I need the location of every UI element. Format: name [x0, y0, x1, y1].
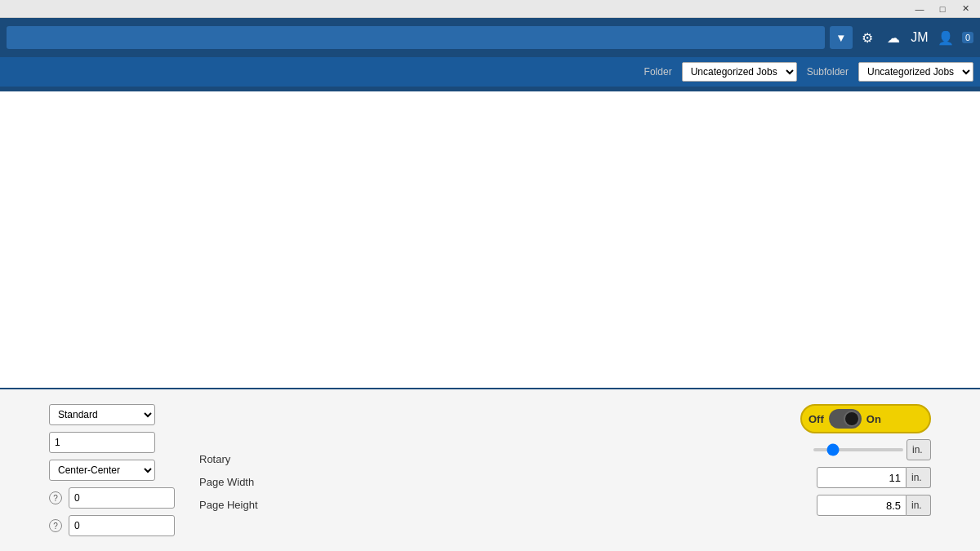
count-badge: 0	[962, 32, 973, 43]
offset-y-help-icon[interactable]: ?	[49, 519, 62, 532]
toolbar-dropdown-button[interactable]: ▼	[830, 26, 853, 49]
page-height-unit: in.	[906, 495, 931, 516]
offset-y-row: ?	[49, 515, 175, 536]
rotary-label: Rotary	[199, 406, 258, 471]
maximize-button[interactable]: □	[931, 1, 954, 17]
alignment-row: Center-Center	[49, 460, 175, 481]
main-content: Standard Center-Center ? ? Rotary	[0, 91, 980, 551]
quantity-row	[49, 432, 175, 453]
page-width-slider-unit: in.	[906, 439, 931, 460]
subfolder-select[interactable]: Uncategorized Jobs	[858, 62, 973, 82]
page-height-label: Page Height	[199, 494, 258, 517]
toggle-knob-area	[829, 409, 862, 429]
offset-x-help-icon[interactable]: ?	[49, 491, 62, 504]
user-initials[interactable]: JM	[910, 28, 929, 47]
alignment-select[interactable]: Center-Center	[49, 460, 155, 481]
dropdown-arrow-icon: ▼	[835, 32, 846, 44]
right-controls: Off On in. in. in.	[800, 404, 931, 517]
title-bar: — □ ✕	[0, 0, 980, 18]
quantity-input[interactable]	[49, 432, 155, 453]
sub-toolbar: Folder Uncategorized Jobs Subfolder Unca…	[0, 57, 980, 87]
folder-select[interactable]: Uncategorized Jobs	[682, 62, 797, 82]
toggle-knob	[844, 411, 860, 427]
offset-y-input[interactable]	[69, 515, 175, 536]
offset-x-row: ?	[49, 487, 175, 509]
standard-select[interactable]: Standard	[49, 404, 155, 425]
page-width-input[interactable]	[817, 467, 906, 488]
folder-label: Folder	[644, 66, 672, 78]
page-width-row: in.	[817, 466, 931, 489]
close-button[interactable]: ✕	[954, 1, 977, 17]
subfolder-label: Subfolder	[807, 66, 849, 78]
page-width-label: Page Width	[199, 471, 258, 494]
middle-labels: Rotary Page Width Page Height	[199, 404, 258, 517]
left-controls: Standard Center-Center ? ?	[49, 404, 175, 536]
page-width-slider[interactable]	[813, 448, 903, 451]
rotary-toggle[interactable]: Off On	[800, 404, 931, 433]
person-icon[interactable]: 👤	[936, 28, 956, 47]
bottom-panel: Standard Center-Center ? ? Rotary	[0, 388, 980, 551]
toggle-off-label: Off	[808, 413, 824, 425]
main-toolbar: ▼ ⚙ ☁ JM 👤 0	[0, 18, 980, 57]
cloud-icon[interactable]: ☁	[884, 28, 903, 47]
sub-toolbar-right: Folder Uncategorized Jobs Subfolder Unca…	[644, 62, 973, 82]
toggle-on-label: On	[866, 413, 881, 425]
page-width-unit: in.	[906, 467, 931, 488]
standard-row: Standard	[49, 404, 175, 425]
settings-icon[interactable]: ⚙	[858, 28, 877, 47]
toolbar-icons: ⚙ ☁ JM 👤 0	[858, 28, 973, 47]
offset-x-input[interactable]	[69, 487, 175, 509]
page-height-input[interactable]	[817, 495, 906, 516]
main-toolbar-input[interactable]	[7, 26, 825, 49]
page-height-row: in.	[817, 494, 931, 517]
minimize-button[interactable]: —	[908, 1, 931, 17]
page-width-slider-row: in.	[813, 438, 931, 461]
